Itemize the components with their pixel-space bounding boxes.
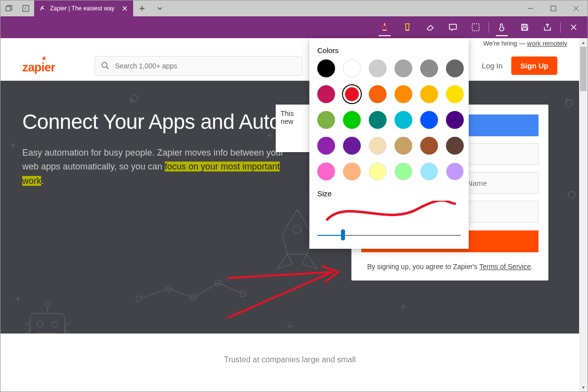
window-minimize-button[interactable] xyxy=(519,0,542,16)
eraser-tool-button[interactable] xyxy=(420,18,440,36)
site-header: zapier Log In Sign Up xyxy=(0,51,579,81)
color-swatch[interactable] xyxy=(369,85,387,103)
color-swatch[interactable] xyxy=(317,163,335,180)
tab-title: Zapier | The easiest way xyxy=(50,5,117,12)
color-swatch[interactable] xyxy=(343,111,361,129)
color-swatch[interactable] xyxy=(317,111,335,129)
pen-tool-button[interactable] xyxy=(375,18,394,36)
window-close-button[interactable] xyxy=(565,0,588,16)
color-swatch[interactable] xyxy=(369,59,387,77)
slider-handle[interactable] xyxy=(341,229,345,240)
annotation-note[interactable]: This new xyxy=(276,105,310,152)
svg-point-11 xyxy=(293,225,301,233)
touch-writing-button[interactable] xyxy=(492,18,512,36)
tab-menu-button[interactable] xyxy=(151,0,169,16)
color-swatch[interactable] xyxy=(369,111,387,129)
share-button[interactable] xyxy=(538,18,557,36)
color-swatch[interactable] xyxy=(394,111,412,129)
svg-point-19 xyxy=(52,322,58,328)
hiring-link[interactable]: work remotely xyxy=(527,40,567,47)
color-swatch[interactable] xyxy=(369,163,387,180)
scrollbar-thumb[interactable] xyxy=(580,47,587,91)
color-swatch-grid xyxy=(317,59,461,180)
exit-webnotes-button[interactable] xyxy=(564,18,584,36)
color-swatch[interactable] xyxy=(343,137,361,155)
search-icon xyxy=(101,62,109,71)
hiring-prefix: We're hiring — xyxy=(483,40,527,47)
set-aside-tabs-button[interactable] xyxy=(17,0,34,16)
color-swatch[interactable] xyxy=(420,111,438,129)
size-preview xyxy=(317,201,461,225)
tab-close-icon[interactable] xyxy=(121,5,128,12)
color-swatch[interactable] xyxy=(420,59,438,77)
color-swatch[interactable] xyxy=(446,59,464,77)
webnotes-toolbar xyxy=(0,16,588,38)
toolbar-separator xyxy=(489,22,489,33)
size-heading: Size xyxy=(317,189,461,198)
color-swatch[interactable] xyxy=(317,137,335,155)
color-swatch[interactable] xyxy=(420,137,438,155)
highlighter-tool-button[interactable] xyxy=(397,18,417,36)
titlebar: Zapier | The easiest way xyxy=(0,0,588,16)
color-swatch[interactable] xyxy=(343,163,361,180)
browser-tab[interactable]: Zapier | The easiest way xyxy=(34,0,133,16)
slider-fill xyxy=(317,235,343,236)
trusted-companies-heading: Trusted at companies large and small xyxy=(0,334,579,364)
svg-point-10 xyxy=(568,191,575,198)
new-tab-button[interactable] xyxy=(133,0,151,16)
tab-favicon-icon xyxy=(39,5,46,12)
clip-tool-button[interactable] xyxy=(466,18,486,36)
svg-rect-6 xyxy=(523,28,527,30)
color-swatch[interactable] xyxy=(420,163,438,180)
size-slider[interactable] xyxy=(317,229,461,241)
zapier-logo[interactable]: zapier xyxy=(22,57,55,74)
svg-rect-17 xyxy=(30,314,65,334)
toolbar-separator xyxy=(560,22,561,33)
color-swatch[interactable] xyxy=(317,59,335,77)
color-swatch[interactable] xyxy=(317,85,335,103)
svg-point-18 xyxy=(37,322,43,328)
color-swatch[interactable] xyxy=(394,85,412,103)
color-swatch[interactable] xyxy=(446,163,464,180)
color-swatch[interactable] xyxy=(343,85,361,103)
search-wrap xyxy=(95,56,302,76)
svg-rect-3 xyxy=(449,24,456,29)
scroll-down-icon[interactable]: ▾ xyxy=(579,383,588,392)
pen-color-popover: Colors Size xyxy=(309,38,469,249)
search-input[interactable] xyxy=(95,56,302,76)
vertical-scrollbar[interactable]: ▴ ▾ xyxy=(579,38,588,392)
login-link[interactable]: Log In xyxy=(482,61,503,70)
page-content: We're hiring — work remotely zapier Log … xyxy=(0,38,579,392)
color-swatch[interactable] xyxy=(446,85,464,103)
note-tool-button[interactable] xyxy=(443,18,463,36)
colors-heading: Colors xyxy=(317,46,461,55)
svg-rect-1 xyxy=(23,5,29,11)
tab-preview-button[interactable] xyxy=(0,0,17,16)
window-maximize-button[interactable] xyxy=(542,0,565,16)
signup-button[interactable]: Sign Up xyxy=(511,56,557,75)
color-swatch[interactable] xyxy=(369,137,387,155)
color-swatch[interactable] xyxy=(394,137,412,155)
terms-text: By signing up, you agree to Zapier's Ter… xyxy=(361,263,539,271)
color-swatch[interactable] xyxy=(420,85,438,103)
save-button[interactable] xyxy=(515,18,535,36)
hero-subtitle: Easy automation for busy people. Zapier … xyxy=(22,146,290,188)
svg-rect-0 xyxy=(6,6,10,11)
color-swatch[interactable] xyxy=(394,59,412,77)
color-swatch[interactable] xyxy=(446,111,464,129)
svg-rect-5 xyxy=(523,24,526,26)
color-swatch[interactable] xyxy=(394,163,412,180)
svg-rect-4 xyxy=(472,24,479,31)
svg-point-20 xyxy=(46,303,49,307)
color-swatch[interactable] xyxy=(343,59,361,77)
color-swatch[interactable] xyxy=(446,137,464,155)
svg-rect-2 xyxy=(551,6,556,11)
svg-point-7 xyxy=(102,62,107,67)
hiring-bar: We're hiring — work remotely xyxy=(0,38,579,51)
terms-link[interactable]: Terms of Service xyxy=(479,263,531,271)
hero-section: Connect Your Apps and Automate Workflows… xyxy=(0,81,579,334)
scroll-up-icon[interactable]: ▴ xyxy=(579,38,588,47)
